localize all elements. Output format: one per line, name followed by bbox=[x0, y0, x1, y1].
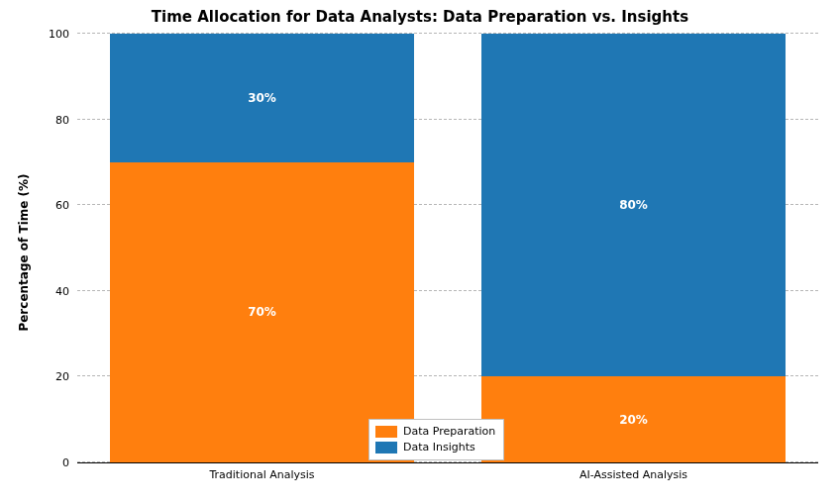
bar-ai-prep-label: 20% bbox=[481, 413, 786, 427]
bar-ai: 20% 80% AI-Assisted Analysis bbox=[481, 34, 786, 462]
ytick-80: 80 bbox=[55, 113, 77, 126]
chart-container: Time Allocation for Data Analysts: Data … bbox=[0, 0, 840, 504]
chart-title: Time Allocation for Data Analysts: Data … bbox=[0, 8, 840, 26]
legend: Data Preparation Data Insights bbox=[368, 419, 504, 460]
legend-label-prep: Data Preparation bbox=[403, 424, 495, 440]
xtick-ai: AI-Assisted Analysis bbox=[579, 462, 687, 481]
bar-ai-insight: 80% bbox=[481, 34, 786, 376]
bar-traditional: 70% 30% Traditional Analysis bbox=[110, 34, 414, 462]
y-axis-label: Percentage of Time (%) bbox=[17, 173, 31, 331]
legend-item-insight: Data Insights bbox=[375, 440, 495, 455]
plot-area: 0 20 40 60 80 100 70% 30% Traditional An… bbox=[77, 34, 818, 463]
ytick-40: 40 bbox=[55, 284, 77, 297]
xtick-traditional: Traditional Analysis bbox=[209, 462, 314, 481]
ytick-20: 20 bbox=[55, 370, 77, 383]
legend-item-prep: Data Preparation bbox=[375, 424, 495, 440]
bar-traditional-insight: 30% bbox=[110, 34, 414, 162]
legend-swatch-prep bbox=[375, 426, 397, 438]
ytick-60: 60 bbox=[55, 199, 77, 212]
legend-swatch-insight bbox=[375, 442, 397, 454]
bar-ai-prep: 20% bbox=[481, 376, 786, 462]
legend-label-insight: Data Insights bbox=[403, 440, 475, 455]
ytick-0: 0 bbox=[62, 456, 77, 469]
ytick-100: 100 bbox=[49, 28, 77, 41]
bar-traditional-prep-label: 70% bbox=[110, 305, 414, 319]
bar-traditional-prep: 70% bbox=[110, 162, 414, 462]
bar-traditional-insight-label: 30% bbox=[110, 91, 414, 105]
bar-ai-insight-label: 80% bbox=[481, 198, 786, 212]
